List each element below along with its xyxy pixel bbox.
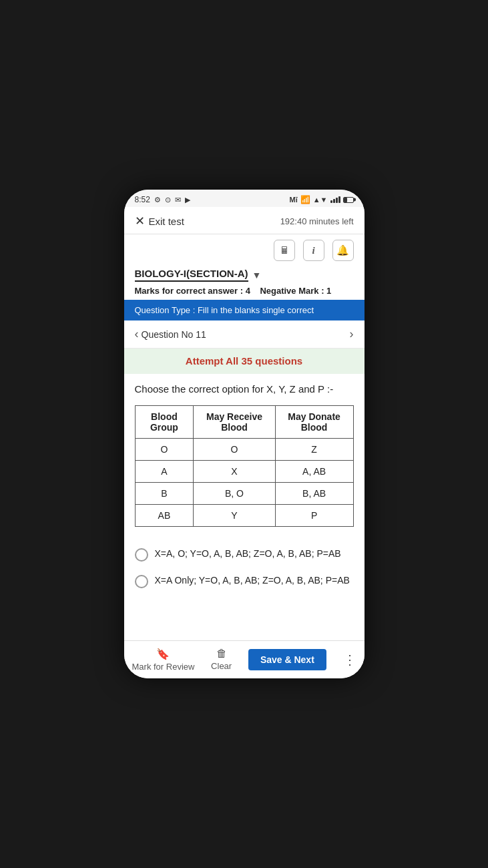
marks-info-row: Marks for correct answer : 4 Negative Ma… [124,283,364,300]
save-next-label: Save & Next [260,654,314,665]
table-cell-1-2: A, AB [275,460,353,482]
exit-test-label: Exit test [149,216,184,227]
bottom-action-bar: 🔖 Mark for Review 🗑 Clear Save & Next ⋮ [124,640,364,678]
time-display: 8:52 [135,195,150,204]
table-row: OOZ [135,438,353,460]
bookmark-icon: 🔖 [156,648,170,660]
radio-option-1[interactable] [135,548,148,562]
network-icon: ▲▼ [313,196,328,204]
more-options-button[interactable]: ⋮ [343,652,356,668]
status-bar-right: Mī 📶 ▲▼ [289,195,353,204]
table-cell-0-0: O [135,438,194,460]
section-selector[interactable]: BIOLOGY-I(SECTION-A) ▼ [124,264,364,283]
mail-icon: ✉ [175,196,181,204]
wifi-icon: 📶 [300,195,310,204]
clear-icon: 🗑 [216,648,227,660]
calculator-button[interactable]: 🖩 [274,240,295,261]
attempt-all-text: Attempt All 35 questions [186,355,302,367]
timer-display: 192:40 minutes left [280,216,354,226]
marks-correct-label: Marks for correct answer : [135,286,244,296]
close-icon: ✕ [135,214,145,228]
option-1-text: X=A, O; Y=O, A, B, AB; Z=O, A, B, AB; P=… [155,547,341,561]
table-cell-3-0: AB [135,504,194,526]
prev-question-icon: ‹ [135,327,139,341]
radio-option-2[interactable] [135,575,148,588]
table-header-receive: May Receive Blood [194,405,275,438]
settings-status-icon: ⚙ [154,196,161,204]
table-cell-0-1: O [194,438,275,460]
bell-icon: 🔔 [336,244,349,256]
status-bar-left: 8:52 ⚙ ⊙ ✉ ▶ [135,195,190,204]
table-cell-2-1: B, O [194,482,275,504]
attempt-all-banner: Attempt All 35 questions [124,349,364,374]
blood-type-table: Blood Group May Receive Blood May Donate… [135,405,354,527]
app-header: ✕ Exit test 192:40 minutes left [124,207,364,234]
table-row: BB, OB, AB [135,482,353,504]
table-cell-2-0: B [135,482,194,504]
question-body: Choose the correct option for X, Y, Z an… [124,374,364,541]
play-icon: ▶ [185,196,190,204]
table-row: AXA, AB [135,460,353,482]
more-icon: ⋮ [343,652,356,668]
marks-correct-value: 4 [246,286,250,296]
info-icon: i [312,245,314,256]
table-cell-3-2: P [275,504,353,526]
calculator-icon: 🖩 [280,245,289,256]
question-type-bar: Question Type : Fill in the blanks singl… [124,300,364,320]
question-type-text: Question Type : Fill in the blanks singl… [135,305,314,315]
mark-review-label: Mark for Review [132,662,195,672]
clear-button[interactable]: 🗑 Clear [211,648,232,671]
question-number-label: Question No 11 [142,329,206,340]
status-bar: 8:52 ⚙ ⊙ ✉ ▶ Mī 📶 ▲▼ [124,190,364,207]
signal-text: Mī [289,196,297,204]
timer-value: 192:40 minutes left [280,216,354,226]
table-row: ABYP [135,504,353,526]
mark-for-review-button[interactable]: 🔖 Mark for Review [132,648,195,672]
option-row-1[interactable]: X=A, O; Y=O, A, B, AB; Z=O, A, B, AB; P=… [135,547,354,562]
settings-button[interactable]: 🔔 [332,240,354,261]
options-section: X=A, O; Y=O, A, B, AB; Z=O, A, B, AB; P=… [124,541,364,640]
table-header-blood-group: Blood Group [135,405,194,438]
battery-icon [343,197,354,203]
clear-label: Clear [211,661,232,671]
phone-frame: 8:52 ⚙ ⊙ ✉ ▶ Mī 📶 ▲▼ ✕ Exit test [124,190,364,678]
screen-record-icon: ⊙ [165,196,171,204]
table-cell-0-2: Z [275,438,353,460]
info-button[interactable]: i [303,240,324,261]
table-header-donate: May Donate Blood [275,405,353,438]
marks-negative-label: Negative Mark : [260,286,324,296]
table-cell-3-1: Y [194,504,275,526]
question-nav-row: ‹ Question No 11 › [124,320,364,349]
question-text: Choose the correct option for X, Y, Z an… [135,382,354,397]
save-next-button[interactable]: Save & Next [248,649,326,670]
table-cell-2-2: B, AB [275,482,353,504]
exit-test-button[interactable]: ✕ Exit test [135,214,184,228]
section-dropdown-icon: ▼ [252,270,262,280]
next-question-icon[interactable]: › [350,327,354,341]
option-row-2[interactable]: X=A Only; Y=O, A, B, AB; Z=O, A, B, AB; … [135,574,354,588]
section-title: BIOLOGY-I(SECTION-A) [135,268,248,282]
option-2-text: X=A Only; Y=O, A, B, AB; Z=O, A, B, AB; … [155,574,350,588]
question-nav-prev[interactable]: ‹ Question No 11 [135,327,206,341]
table-cell-1-1: X [194,460,275,482]
signal-strength-icon [330,196,340,203]
table-cell-1-0: A [135,460,194,482]
marks-negative-value: 1 [326,286,331,296]
icon-buttons-row: 🖩 i 🔔 [124,234,364,264]
